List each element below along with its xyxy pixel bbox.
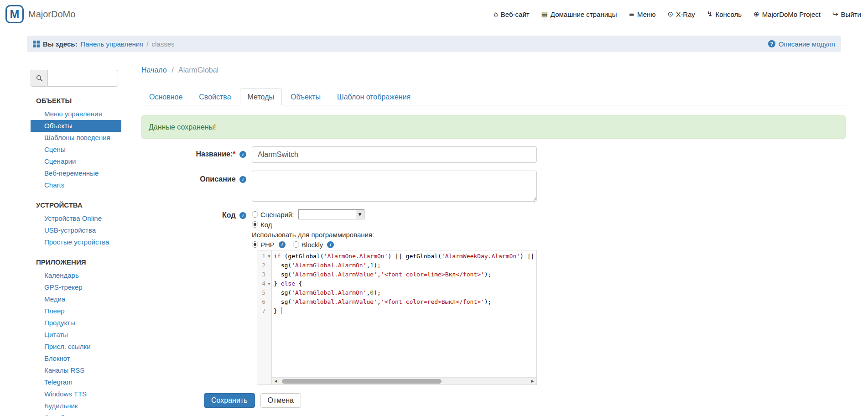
sidebar-item[interactable]: Меню управления xyxy=(31,108,121,120)
breadcrumb: Вы здесь: Панель управления / classes xyxy=(33,40,175,48)
top-navbar: M MajorDoMo ⌂Веб-сайт▦Домашние страницы≡… xyxy=(0,0,868,28)
xray-icon: ⊙ xyxy=(668,10,674,18)
code-text: } else { xyxy=(273,279,536,288)
scrollbar-track[interactable] xyxy=(280,378,529,385)
sidebar-item[interactable]: Telegram xyxy=(31,376,121,388)
code-text: if (getGlobal('AlarmOne.AlarmOn') || get… xyxy=(273,252,536,261)
nav-item[interactable]: ▦Домашние страницы xyxy=(541,10,617,18)
fold-arrow-icon[interactable]: ▾ xyxy=(265,252,273,261)
name-row: Название:* xyxy=(141,146,846,163)
code-editor[interactable]: 1▾if (getGlobal('AlarmOne.AlarmOn') || g… xyxy=(257,250,537,385)
scroll-left-icon[interactable]: ◀ xyxy=(272,378,280,385)
module-description-link[interactable]: Описание модуля xyxy=(779,40,835,48)
code-line[interactable]: 1▾if (getGlobal('AlarmOne.AlarmOn') || g… xyxy=(257,252,536,261)
alert-text: Данные сохранены! xyxy=(149,123,216,131)
sidebar-item[interactable]: Плеер xyxy=(31,305,121,317)
sidebar-item[interactable]: Объекты xyxy=(31,120,121,132)
sidebar-item[interactable]: Устройства Online xyxy=(31,213,121,224)
code-line[interactable]: 5 sg('AlarmGlobal.AlarmOn',0); xyxy=(257,288,536,297)
grid-icon xyxy=(33,41,40,47)
code-radio[interactable] xyxy=(252,221,258,228)
sidebar-section-title: ПРИЛОЖЕНИЯ xyxy=(36,258,121,266)
nav-item[interactable]: ≡Меню xyxy=(629,10,655,18)
description-textarea[interactable] xyxy=(252,171,537,202)
code-line[interactable]: 7} xyxy=(257,307,536,316)
sidebar-item[interactable]: Каналы RSS xyxy=(31,364,121,376)
code-line[interactable]: 2 sg('AlarmGlobal.AlarmOn',1); xyxy=(257,261,536,270)
sidebar-item[interactable]: Цитаты xyxy=(31,329,121,341)
sidebar-item[interactable]: Простые устройства xyxy=(31,236,121,248)
scroll-right-icon[interactable]: ▶ xyxy=(529,378,536,385)
menu-icon: ≡ xyxy=(629,10,634,18)
scenario-select[interactable]: ▼ xyxy=(298,209,364,219)
sidebar-item[interactable]: Блокнот xyxy=(31,353,121,364)
nav-item-label: MajorDoMo Project xyxy=(762,10,821,18)
nav-item[interactable]: ↪Выйти xyxy=(832,10,861,18)
tab[interactable]: Шаблон отображения xyxy=(329,88,418,105)
scenario-radio-label: Сценарий: xyxy=(260,211,294,218)
sidebar-item[interactable]: Календарь xyxy=(31,270,121,281)
info-icon[interactable] xyxy=(239,176,246,183)
breadcrumb-home-link[interactable]: Начало xyxy=(141,66,167,74)
scenario-radio[interactable] xyxy=(252,211,258,218)
code-line[interactable]: 3 sg('AlarmGlobal.AlarmValue','<font col… xyxy=(257,270,536,279)
sidebar-item[interactable]: Windows TTS xyxy=(31,388,121,400)
nav-item-label: Консоль xyxy=(715,10,742,18)
scenario-option-row: Сценарий: ▼ xyxy=(252,209,846,219)
tab[interactable]: Методы xyxy=(240,88,282,105)
line-number: 6 xyxy=(257,297,265,307)
nav-item[interactable]: ⊙X-Ray xyxy=(668,10,695,18)
info-icon[interactable] xyxy=(279,241,286,248)
code-text: sg('AlarmGlobal.AlarmValue','<font color… xyxy=(273,297,536,307)
sidebar-item[interactable]: Сцены xyxy=(31,144,121,156)
code-editor-lines[interactable]: 1▾if (getGlobal('AlarmOne.AlarmOn') || g… xyxy=(257,250,536,316)
info-icon[interactable] xyxy=(239,212,246,219)
sidebar-item[interactable]: Charts xyxy=(31,179,121,191)
code-radio-label: Код xyxy=(260,221,272,229)
sidebar-item[interactable]: GPS-трекер xyxy=(31,281,121,293)
sidebar-item[interactable]: Шаблоны поведения xyxy=(31,132,121,144)
text-cursor xyxy=(281,307,281,314)
info-icon[interactable] xyxy=(327,241,334,248)
sidebar-item[interactable]: USB-устройства xyxy=(31,224,121,236)
sidebar-search xyxy=(31,70,118,87)
fold-gutter-space xyxy=(265,261,273,270)
sidebar-item[interactable]: Сценарии xyxy=(31,156,121,167)
tab-bar: ОсновноеСвойстваМетодыОбъектыШаблон отоб… xyxy=(141,88,846,105)
search-input[interactable] xyxy=(47,70,118,87)
code-label-text: Код xyxy=(222,211,235,219)
sidebar-item[interactable]: Присл. ссылки xyxy=(31,341,121,353)
fold-arrow-icon[interactable]: ▾ xyxy=(265,279,273,288)
tab[interactable]: Основное xyxy=(141,88,190,105)
cancel-button[interactable]: Отмена xyxy=(260,393,301,408)
globe-icon: ⊕ xyxy=(754,10,759,18)
nav-item[interactable]: ↯Консоль xyxy=(707,10,742,18)
editor-horizontal-scrollbar[interactable]: ◀ ▶ xyxy=(272,377,536,385)
brand[interactable]: M MajorDoMo xyxy=(5,5,75,23)
code-line[interactable]: 4▾} else { xyxy=(257,279,536,288)
breadcrumb-link-control-panel[interactable]: Панель управления xyxy=(81,40,144,48)
sidebar-item[interactable]: Продукты xyxy=(31,317,121,329)
tab[interactable]: Свойства xyxy=(191,88,239,105)
scrollbar-thumb[interactable] xyxy=(282,379,441,384)
sidebar-item[interactable]: Онлайн радио xyxy=(31,412,121,416)
blockly-radio[interactable] xyxy=(293,241,299,248)
tab[interactable]: Объекты xyxy=(283,88,328,105)
php-radio[interactable] xyxy=(252,241,258,248)
code-text: sg('AlarmGlobal.AlarmOn',1); xyxy=(273,261,536,270)
required-mark: * xyxy=(233,150,235,158)
save-button[interactable]: Сохранить xyxy=(204,393,255,408)
sidebar-item[interactable]: Веб-переменные xyxy=(31,167,121,179)
logo-letter: M xyxy=(10,8,20,21)
sidebar-item[interactable]: Медиа xyxy=(31,293,121,305)
nav-item[interactable]: ⊕MajorDoMo Project xyxy=(754,10,821,18)
info-icon[interactable] xyxy=(239,151,246,158)
nav-item-label: Меню xyxy=(637,10,656,18)
name-input[interactable] xyxy=(252,146,537,163)
code-line[interactable]: 6 sg('AlarmGlobal.AlarmValue','<font col… xyxy=(257,297,536,307)
nav-item[interactable]: ⌂Веб-сайт xyxy=(494,10,529,18)
success-alert: Данные сохранены! xyxy=(141,115,846,139)
class-method-form: Название:* Описание Код xyxy=(141,146,846,408)
sidebar-item[interactable]: Будильник xyxy=(31,400,121,412)
code-option-row: Код xyxy=(252,219,846,229)
